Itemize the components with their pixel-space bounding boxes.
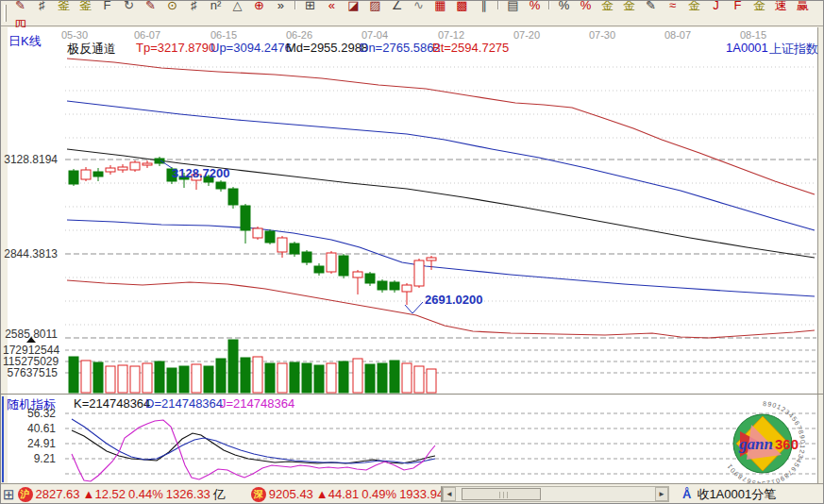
channel-bt-value: Bt=2594.7275 — [432, 41, 509, 55]
app-window: ✎♯釜釜F↻✎⊙♯n²△⊕»⊞«◪▨∠∿▦▩∥▤%%%金金✎≈金JF金速赢四 g… — [0, 0, 824, 504]
date-label: 06-26 — [283, 29, 315, 41]
tick-view-label[interactable]: 收1A0001分笔 — [697, 486, 776, 503]
date-label: 07-12 — [435, 29, 467, 41]
stoch-axis-label: 40.61 — [3, 422, 56, 435]
channel-name-label: 极反通道 — [67, 41, 116, 58]
sh-index-price: 2827.63 — [36, 487, 80, 501]
date-label: 08-15 — [737, 29, 769, 41]
quote-table-icon[interactable]: ⊞ — [3, 486, 15, 503]
date-label: 07-20 — [511, 29, 543, 41]
kline-chart[interactable] — [1, 1, 824, 504]
chart-type-label[interactable]: 日K线 — [8, 33, 42, 50]
channel-dn-value: Dn=2765.5862 — [360, 41, 441, 55]
sh-amount-unit: 亿 — [213, 486, 226, 503]
sz-index-change: ▲44.81 — [316, 487, 359, 501]
peak-annotation: 3128.7200 — [172, 166, 229, 180]
stoch-j-value: J=214748364 — [220, 396, 294, 411]
date-label: 07-30 — [586, 29, 618, 41]
volume-axis-label: 57637515 — [3, 366, 58, 379]
channel-tp-value: Tp=3217.8790 — [136, 41, 215, 55]
sz-index-change-pct: 0.49% — [362, 487, 396, 501]
low-annotation: 2691.0200 — [425, 293, 482, 307]
stoch-axis-label: 24.91 — [3, 437, 56, 450]
shenzhen-badge[interactable]: 深 — [251, 487, 266, 502]
date-label: 06-15 — [208, 29, 240, 41]
sz-index-amount: 1933.94 — [399, 487, 444, 501]
symbol-name[interactable]: 上证指数 — [769, 41, 818, 58]
logo-text-360: 360 — [775, 436, 799, 452]
price-axis-label: 2844.3813 — [3, 247, 58, 260]
stoch-axis-label: 56.32 — [3, 407, 56, 420]
scrollbar-left-arrow[interactable]: ◄ — [443, 487, 456, 501]
date-label: 06-07 — [131, 29, 163, 41]
channel-up-value: Up=3094.2476 — [210, 41, 292, 55]
alert-bell-icon[interactable]: Å — [682, 487, 691, 501]
date-label: 08-07 — [662, 29, 694, 41]
scrollbar-thumb[interactable] — [462, 488, 541, 500]
horizontal-scrollbar[interactable]: ◄ ► — [441, 486, 669, 502]
shanghai-badge[interactable]: 沪 — [18, 487, 33, 502]
stoch-k-value: K=214748364 — [74, 396, 150, 411]
stoch-d-value: D=214748364 — [145, 396, 223, 411]
sh-index-amount: 1326.33 — [166, 487, 210, 501]
status-left-zone: ⊞ 沪 2827.63 ▲12.52 0.44% 1326.33 亿 深 920… — [3, 485, 459, 503]
status-bar: ⊞ 沪 2827.63 ▲12.52 0.44% 1326.33 亿 深 920… — [1, 483, 824, 503]
date-label: 05-30 — [59, 29, 91, 41]
symbol-code[interactable]: 1A0001 — [726, 41, 768, 55]
stoch-axis-label: 9.21 — [3, 452, 56, 465]
price-axis-label: 3128.8194 — [3, 153, 58, 166]
gann360-logo: gann 360 8901234567890123456789012345678… — [709, 397, 824, 492]
status-right-zone: Å 收1A0001分笔 — [682, 485, 776, 503]
indicator-pane-accent — [2, 396, 4, 482]
channel-md-value: Md=2955.2988 — [286, 41, 368, 55]
date-label: 07-04 — [359, 29, 391, 41]
sh-index-change: ▲12.52 — [83, 487, 126, 501]
logo-text-gann: gann — [738, 435, 773, 453]
sz-index-price: 9205.43 — [269, 487, 313, 501]
sh-index-change-pct: 0.44% — [128, 487, 163, 501]
scrollbar-right-arrow[interactable]: ► — [655, 487, 668, 501]
price-axis-label: 2585.8011 — [3, 328, 58, 341]
